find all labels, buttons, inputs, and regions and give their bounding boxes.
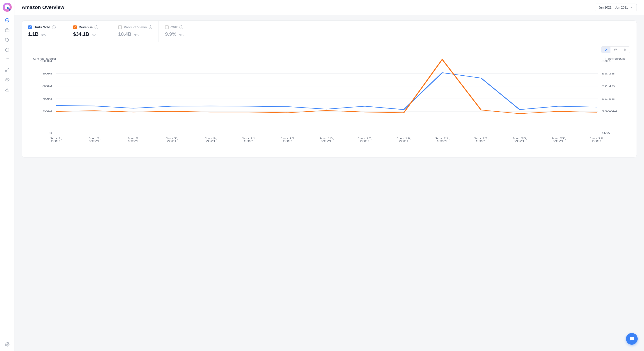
units-sold-checkbox[interactable] bbox=[28, 25, 32, 29]
date-range-label: Jun 2021 – Jun 2021 bbox=[598, 6, 628, 9]
svg-line-9 bbox=[8, 68, 9, 69]
product-views-value: 10.4B bbox=[118, 31, 132, 37]
cvr-sub: N/A bbox=[178, 33, 184, 36]
product-views-checkbox[interactable] bbox=[118, 25, 122, 29]
revenue-checkbox[interactable] bbox=[73, 25, 77, 29]
time-btn-week[interactable]: W bbox=[610, 46, 620, 53]
time-btn-month[interactable]: M bbox=[620, 46, 630, 53]
svg-text:Units Sold: Units Sold bbox=[33, 57, 56, 60]
svg-text:2021: 2021 bbox=[321, 140, 332, 142]
units-sold-value: 1.1B bbox=[28, 31, 38, 37]
sidebar-item-list[interactable] bbox=[3, 56, 11, 64]
svg-text:$800M: $800M bbox=[602, 110, 617, 113]
revenue-value: $34.1B bbox=[73, 31, 89, 37]
svg-text:Jun 17,: Jun 17, bbox=[357, 137, 372, 140]
svg-text:Jun 9,: Jun 9, bbox=[204, 137, 217, 140]
units-sold-label: Units Sold bbox=[34, 25, 50, 29]
svg-text:2021: 2021 bbox=[244, 140, 254, 142]
settings-button[interactable] bbox=[3, 340, 11, 348]
main-content: Amazon Overview Jun 2021 – Jun 2021 Unit… bbox=[14, 0, 644, 351]
chart-wrapper: 100M 80M 60M 40M 20M 0 Units Sold $4B $3… bbox=[28, 56, 630, 151]
svg-text:20M: 20M bbox=[42, 110, 52, 113]
cvr-info[interactable]: i bbox=[180, 25, 183, 29]
sidebar-item-download[interactable] bbox=[3, 85, 11, 94]
svg-text:Jun 19,: Jun 19, bbox=[396, 137, 411, 140]
metric-revenue[interactable]: Revenue i $34.1B N/A bbox=[67, 21, 112, 42]
page-title: Amazon Overview bbox=[22, 4, 64, 10]
svg-text:60M: 60M bbox=[42, 85, 52, 87]
metric-cvr[interactable]: CVR i 9.9% N/A bbox=[159, 21, 204, 42]
svg-text:$2.4B: $2.4B bbox=[602, 85, 615, 87]
sidebar-item-analytics[interactable] bbox=[3, 16, 11, 24]
svg-text:$3.2B: $3.2B bbox=[602, 72, 615, 75]
units-sold-sub: N/A bbox=[41, 33, 46, 36]
chevron-down-icon bbox=[630, 6, 633, 9]
chart-controls: D W M bbox=[28, 46, 630, 53]
svg-text:Jun 3,: Jun 3, bbox=[88, 137, 101, 140]
cvr-checkbox[interactable] bbox=[165, 25, 169, 29]
svg-text:Jun 11,: Jun 11, bbox=[242, 137, 256, 140]
svg-text:2021: 2021 bbox=[206, 140, 216, 142]
svg-text:2021: 2021 bbox=[553, 140, 564, 142]
svg-text:2021: 2021 bbox=[398, 140, 409, 142]
content-area: Units Sold i 1.1B N/A Revenue i bbox=[14, 15, 644, 351]
sidebar-item-eye[interactable] bbox=[3, 76, 11, 84]
svg-text:2021: 2021 bbox=[89, 140, 100, 142]
svg-point-13 bbox=[6, 344, 8, 345]
svg-text:2021: 2021 bbox=[360, 140, 370, 142]
svg-text:2021: 2021 bbox=[167, 140, 177, 142]
svg-text:Revenue: Revenue bbox=[605, 57, 626, 60]
revenue-sub: N/A bbox=[92, 33, 96, 36]
header: Amazon Overview Jun 2021 – Jun 2021 bbox=[14, 0, 644, 15]
chart-area: D W M bbox=[22, 42, 636, 157]
svg-text:2021: 2021 bbox=[437, 140, 448, 142]
units-sold-info[interactable]: i bbox=[52, 25, 56, 29]
chat-icon bbox=[629, 336, 634, 342]
chat-button[interactable] bbox=[626, 333, 638, 345]
chart-card: Units Sold i 1.1B N/A Revenue i bbox=[22, 20, 637, 157]
svg-text:Jun 25,: Jun 25, bbox=[512, 137, 527, 140]
sidebar bbox=[0, 0, 14, 351]
metric-product-views[interactable]: Product Views i 10.4B N/A bbox=[112, 21, 159, 42]
sidebar-item-transfer[interactable] bbox=[3, 66, 11, 74]
svg-text:Jun 23,: Jun 23, bbox=[474, 137, 489, 140]
cvr-value: 9.9% bbox=[165, 31, 176, 37]
svg-text:Jun 21,: Jun 21, bbox=[434, 137, 450, 140]
svg-point-11 bbox=[6, 79, 8, 80]
svg-text:Jun 15,: Jun 15, bbox=[319, 137, 334, 140]
svg-text:Jun 5,: Jun 5, bbox=[127, 137, 140, 140]
svg-text:2021: 2021 bbox=[283, 140, 293, 142]
sidebar-item-box[interactable] bbox=[3, 46, 11, 54]
svg-text:2021: 2021 bbox=[592, 140, 602, 142]
avatar[interactable] bbox=[3, 3, 12, 12]
metrics-row: Units Sold i 1.1B N/A Revenue i bbox=[22, 21, 636, 42]
sidebar-item-briefcase[interactable] bbox=[3, 26, 11, 34]
svg-rect-1 bbox=[5, 29, 9, 32]
svg-text:N/A: N/A bbox=[602, 132, 610, 134]
sidebar-item-tag[interactable] bbox=[3, 36, 11, 44]
chart-svg: 100M 80M 60M 40M 20M 0 Units Sold $4B $3… bbox=[28, 56, 630, 151]
svg-text:2021: 2021 bbox=[514, 140, 525, 142]
time-btn-day[interactable]: D bbox=[601, 46, 610, 53]
revenue-info[interactable]: i bbox=[94, 25, 98, 29]
product-views-info[interactable]: i bbox=[148, 25, 152, 29]
svg-text:$1.6B: $1.6B bbox=[602, 97, 615, 100]
metric-units-sold[interactable]: Units Sold i 1.1B N/A bbox=[22, 21, 67, 42]
time-button-group: D W M bbox=[601, 46, 630, 53]
product-views-sub: N/A bbox=[134, 33, 139, 36]
svg-text:Jun 13,: Jun 13, bbox=[280, 137, 296, 140]
revenue-label: Revenue bbox=[78, 25, 93, 29]
svg-text:2021: 2021 bbox=[51, 140, 61, 142]
cvr-label: CVR bbox=[170, 25, 178, 29]
svg-text:2021: 2021 bbox=[128, 140, 138, 142]
svg-text:Jun 29,: Jun 29, bbox=[589, 137, 604, 140]
svg-text:2021: 2021 bbox=[476, 140, 486, 142]
svg-text:80M: 80M bbox=[42, 72, 52, 75]
date-range-picker[interactable]: Jun 2021 – Jun 2021 bbox=[595, 3, 637, 11]
svg-text:0: 0 bbox=[49, 132, 52, 134]
svg-text:Jun 1,: Jun 1, bbox=[50, 137, 62, 140]
orange-line bbox=[56, 59, 597, 114]
blue-line bbox=[56, 73, 597, 110]
svg-line-10 bbox=[6, 70, 7, 71]
product-views-label: Product Views bbox=[124, 25, 147, 29]
